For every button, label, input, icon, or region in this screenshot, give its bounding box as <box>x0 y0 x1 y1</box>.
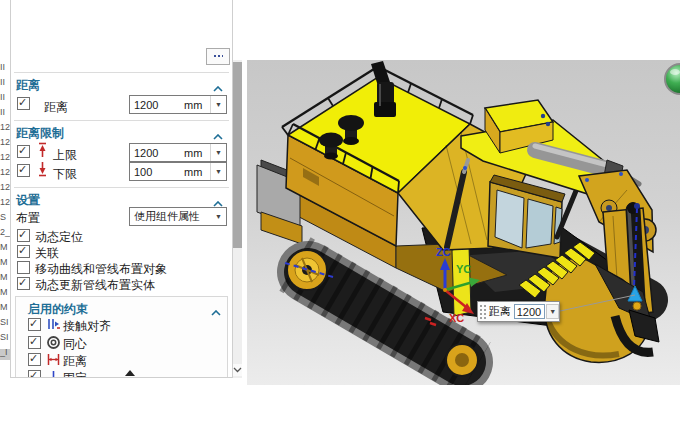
dropdown-arrow-icon[interactable]: ▼ <box>546 304 559 319</box>
clipped-tree-text: M <box>0 272 8 282</box>
distance-label: 距离 <box>44 99 68 116</box>
concentric-label: 同心 <box>63 336 87 353</box>
upper-limit-value[interactable]: 1200 <box>130 147 184 159</box>
constraint-handle-ball[interactable] <box>633 302 641 310</box>
z-axis-label: ZC <box>436 246 451 258</box>
clipped-tree-text: _I <box>0 347 8 357</box>
drag-grip-icon[interactable] <box>479 304 487 319</box>
enabled-constraints-header[interactable]: 启用的约束 <box>28 301 88 318</box>
section-header-distance[interactable]: 距离 <box>16 77 40 94</box>
upper-limit-label: 上限 <box>53 147 77 164</box>
clipped-tree-text: 12 <box>0 197 10 207</box>
distance-value-field[interactable]: 1200 mm ▼ <box>129 95 227 114</box>
arrangement-value: 使用组件属性 <box>130 209 211 224</box>
clipped-tree-text: M <box>0 287 8 297</box>
lower-limit-unit: mm <box>184 166 210 178</box>
chevron-up-icon[interactable] <box>213 126 223 144</box>
dropdown-arrow-icon[interactable]: ▼ <box>210 144 226 161</box>
cab-windshield <box>495 190 524 248</box>
dynamic-positioning-checkbox[interactable] <box>17 229 30 242</box>
onscreen-distance-label: 距离 <box>489 304 511 319</box>
distance-unit: mm <box>184 99 210 111</box>
clipped-tree-text: M <box>0 257 8 267</box>
concentric-checkbox[interactable] <box>28 336 41 349</box>
lower-limit-value[interactable]: 100 <box>130 166 184 178</box>
x-axis-label: XC <box>449 312 464 324</box>
clipped-tree-text: SI <box>0 317 9 327</box>
clipped-tree-text: 12 <box>0 152 10 162</box>
section-header-distance-limit[interactable]: 距离限制 <box>16 125 64 142</box>
dialog-scrollbar[interactable] <box>233 60 242 378</box>
constraint-dialog: 距离 距离 1200 mm ▼ 距离限制 上限 1200 mm ▼ <box>10 0 233 378</box>
cab-side-window <box>526 199 553 248</box>
upper-limit-unit: mm <box>184 147 210 159</box>
graphics-viewport[interactable]: ZC YC XC 距离 1200 ▼ <box>247 60 680 385</box>
clipped-tree-text: SI <box>0 332 9 342</box>
distance-checkbox[interactable] <box>17 97 30 110</box>
associative-checkbox[interactable] <box>17 245 30 258</box>
3d-scene[interactable]: ZC YC XC <box>247 60 680 385</box>
touch-align-label: 接触对齐 <box>63 318 111 335</box>
clipped-tree-text: M <box>0 302 8 312</box>
application-window: IIIIIIII121212121212S2_MMMMMSISI_I 距离 距离… <box>0 0 680 444</box>
chevron-up-icon[interactable] <box>213 78 223 96</box>
clipped-tree-text: II <box>0 77 5 87</box>
scrollbar-thumb[interactable] <box>233 62 242 248</box>
clipped-tree-text: 12 <box>0 122 10 132</box>
clipped-tree-text: II <box>0 92 5 102</box>
upper-limit-icon <box>36 142 50 158</box>
onscreen-distance-input[interactable]: 距离 1200 ▼ <box>477 301 560 322</box>
clipped-tree-text: 12 <box>0 182 10 192</box>
move-curves-checkbox[interactable] <box>17 261 30 274</box>
dropdown-arrow-icon: ▼ <box>211 213 226 220</box>
onscreen-distance-value[interactable]: 1200 <box>514 304 546 319</box>
move-curves-label: 移动曲线和管线布置对象 <box>35 261 167 278</box>
dropdown-arrow-icon[interactable]: ▼ <box>210 96 226 113</box>
lower-limit-checkbox[interactable] <box>17 164 30 177</box>
clipped-tree-text: II <box>0 62 5 72</box>
associative-label: 关联 <box>35 245 59 262</box>
clipped-tree-text: 2_ <box>0 227 10 237</box>
distance-value[interactable]: 1200 <box>130 99 184 111</box>
y-axis-label: YC <box>456 263 471 275</box>
distance-constraint-checkbox[interactable] <box>28 353 41 366</box>
separator <box>14 72 229 73</box>
distance-constraint-icon <box>46 352 60 368</box>
update-routing-checkbox[interactable] <box>17 277 30 290</box>
clipped-tree-text: S <box>0 212 6 222</box>
upper-limit-field[interactable]: 1200 mm ▼ <box>129 143 227 162</box>
dialog-mini-button[interactable] <box>206 48 230 65</box>
status-ball-icon[interactable] <box>665 64 680 94</box>
fix-constraint-icon <box>46 369 60 378</box>
excavator-cab[interactable] <box>488 175 565 258</box>
arrangement-select[interactable]: 使用组件属性 ▼ <box>129 207 227 226</box>
clipped-tree-text: M <box>0 242 8 252</box>
fix-constraint-checkbox[interactable] <box>28 370 41 378</box>
touch-align-checkbox[interactable] <box>28 318 41 331</box>
lower-limit-label: 下限 <box>53 166 77 183</box>
dynamic-positioning-label: 动态定位 <box>35 229 83 246</box>
chevron-up-icon[interactable] <box>211 302 221 320</box>
touch-align-icon <box>46 317 60 333</box>
dropdown-arrow-icon[interactable]: ▼ <box>210 163 226 180</box>
concentric-icon <box>46 335 60 351</box>
dots-icon <box>213 54 223 59</box>
distance-constraint-label: 距离 <box>63 353 87 370</box>
arrangement-label: 布置 <box>16 210 40 227</box>
enabled-constraints-group: 启用的约束 接触对齐 同心 <box>15 296 228 378</box>
dialog-resize-grip[interactable] <box>125 370 135 376</box>
lower-limit-icon <box>36 161 50 177</box>
scrollbar-down-button[interactable] <box>233 364 242 376</box>
separator <box>14 120 229 121</box>
clipped-tree-text: II <box>0 107 5 117</box>
lower-limit-field[interactable]: 100 mm ▼ <box>129 162 227 181</box>
section-header-settings[interactable]: 设置 <box>16 192 40 209</box>
upper-limit-checkbox[interactable] <box>17 145 30 158</box>
update-routing-label: 动态更新管线布置实体 <box>35 277 155 294</box>
clipped-tree-strip: IIIIIIII121212121212S2_MMMMMSISI_I <box>0 0 10 444</box>
clipped-tree-text: 12 <box>0 137 10 147</box>
separator <box>14 187 229 188</box>
fix-constraint-label: 固定 <box>63 370 87 378</box>
clipped-tree-text: 12 <box>0 167 10 177</box>
